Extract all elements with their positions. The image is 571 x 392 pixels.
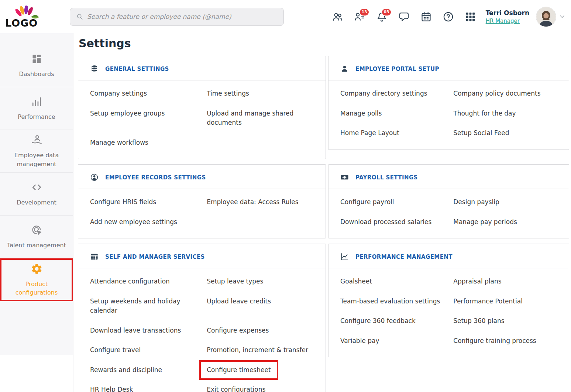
app-logo[interactable]: LOGO [5,6,44,28]
logo-text: LOGO [5,18,38,28]
search-icon [76,13,83,20]
link-employee-data-access-rules[interactable]: Employee data: Access Rules [207,197,314,207]
link-variable-pay[interactable]: Variable pay [340,336,453,346]
link-goalsheet[interactable]: Goalsheet [340,277,453,286]
global-search[interactable] [70,8,284,26]
dashboard-icon [31,53,43,65]
link-hr-help-desk[interactable]: HR Help Desk [90,385,207,392]
page-title: Settings [79,37,569,50]
person-icon [340,65,349,73]
table-icon [90,252,99,261]
banknote-icon [340,173,349,182]
link-home-page-layout[interactable]: Home Page Layout [340,128,453,138]
card-title: EMPLOYEE RECORDS SETTINGS [105,174,206,181]
link-manage-workflows[interactable]: Manage workflows [90,138,207,148]
card-performance-management: PERFORMANCE MANAGEMENT Goalsheet Apprais… [328,244,569,357]
sidebar-item-dashboards[interactable]: Dashboards [0,44,73,87]
link-company-directory-settings[interactable]: Company directory settings [340,89,453,99]
link-configure-timesheet[interactable]: Configure timesheet [207,365,314,375]
sidebar-item-performance[interactable]: Performance [0,87,73,130]
user-role-link[interactable]: HR Manager [486,18,529,24]
card-title: GENERAL SETTINGS [105,66,169,72]
link-configure-360-feedback[interactable]: Configure 360 feedback [340,316,453,326]
user-name: Terri Osborn [486,9,529,17]
database-icon [90,65,99,73]
link-setup-employee-groups[interactable]: Setup employee groups [90,109,207,128]
link-setup-leave-types[interactable]: Setup leave types [207,277,314,286]
logo-leaves-icon [12,6,44,19]
search-input[interactable] [87,13,278,20]
link-time-settings[interactable]: Time settings [207,89,314,99]
chat-icon[interactable] [398,11,410,23]
card-employee-portal-setup: EMPLOYEE PORTAL SETUP Company directory … [328,56,569,150]
link-configure-hris-fields[interactable]: Configure HRIS fields [90,197,207,207]
settings-cards-grid: GENERAL SETTINGS Company settings Time s… [78,56,569,392]
calendar-icon[interactable] [420,11,432,23]
link-design-payslip[interactable]: Design payslip [453,197,558,207]
sidebar-item-employee-data-management[interactable]: Employee data management [0,130,73,173]
link-configure-training-process[interactable]: Configure training process [453,336,558,346]
link-company-settings[interactable]: Company settings [90,89,207,99]
chevron-down-icon[interactable] [558,13,566,20]
person-circle-icon [90,173,99,182]
avatar[interactable] [536,7,556,27]
sidebar-item-development[interactable]: Development [0,173,73,216]
link-promotion-increment-transfer[interactable]: Promotion, increment & transfer [207,345,314,355]
card-self-and-manager-services: SELF AND MANAGER SERVICES Attendance con… [78,244,326,392]
annotation-highlight-box: Configure timesheet [199,360,278,380]
link-configure-payroll[interactable]: Configure payroll [340,197,453,207]
link-manage-pay-periods[interactable]: Manage pay periods [453,217,558,227]
link-appraisal-plans[interactable]: Appraisal plans [453,277,558,286]
link-team-based-evaluation-settings[interactable]: Team-based evaluation settings [340,297,453,306]
link-download-processed-salaries[interactable]: Download processed salaries [340,217,453,227]
directory-badge: 13 [359,8,369,16]
link-performance-potential[interactable]: Performance Potential [453,297,558,306]
link-setup-social-feed[interactable]: Setup Social Feed [453,128,558,138]
help-icon[interactable] [443,11,454,23]
link-company-policy-documents[interactable]: Company policy documents [453,89,558,99]
card-payroll-settings: PAYROLL SETTINGS Configure payroll Desig… [328,164,569,238]
app-window: LOGO 13 [0,0,571,392]
link-download-leave-transactions[interactable]: Download leave transactions [90,326,207,336]
link-configure-travel[interactable]: Configure travel [90,345,207,355]
link-configure-expenses[interactable]: Configure expenses [207,326,314,336]
link-upload-manage-shared-documents[interactable]: Upload and manage shared documents [207,109,314,128]
line-chart-icon [340,252,349,261]
development-icon [31,181,43,193]
link-attendance-configuration[interactable]: Attendance configuration [90,277,207,286]
link-rewards-and-discipline[interactable]: Rewards and discipline [90,365,207,375]
sidebar: Dashboards Performance Employee data man… [0,33,73,392]
performance-icon [31,96,43,108]
card-title: PAYROLL SETTINGS [355,174,418,181]
link-upload-leave-credits[interactable]: Upload leave credits [207,297,314,316]
card-title: EMPLOYEE PORTAL SETUP [355,66,439,72]
logo-area: LOGO [0,0,73,33]
link-setup-360-plans[interactable]: Setup 360 plans [453,316,558,326]
bell-icon[interactable]: 03 [376,11,388,23]
notifications-badge: 03 [381,8,391,16]
card-title: SELF AND MANAGER SERVICES [105,254,205,260]
gear-icon [31,263,43,275]
card-general-settings: GENERAL SETTINGS Company settings Time s… [78,56,326,159]
apps-grid-icon[interactable] [465,11,476,23]
link-exit-configurations[interactable]: Exit configurations [207,385,314,392]
link-add-new-employee-settings[interactable]: Add new employee settings [90,217,207,227]
card-title: PERFORMANCE MANAGEMENT [355,254,453,260]
card-employee-records-settings: EMPLOYEE RECORDS SETTINGS Configure HRIS… [78,164,326,238]
employee-directory-icon[interactable]: 13 [354,11,365,23]
link-thought-for-the-day[interactable]: Thought for the day [453,109,558,118]
link-manage-polls[interactable]: Manage polls [340,109,453,118]
people-icon[interactable] [332,11,343,23]
top-bar: 13 03 [73,0,571,33]
talent-icon [31,224,43,236]
sidebar-item-product-configurations[interactable]: Product configurations [0,258,73,301]
user-menu[interactable]: Terri Osborn HR Manager [486,9,529,24]
employee-data-icon [31,134,43,146]
main-content: Settings GENERAL SETTINGS Company settin… [73,33,571,392]
header-icon-group: 13 03 [332,11,476,23]
sidebar-item-talent-management[interactable]: Talent management [0,216,73,258]
link-setup-weekends-holiday-calendar[interactable]: Setup weekends and holiday calendar [90,297,207,316]
